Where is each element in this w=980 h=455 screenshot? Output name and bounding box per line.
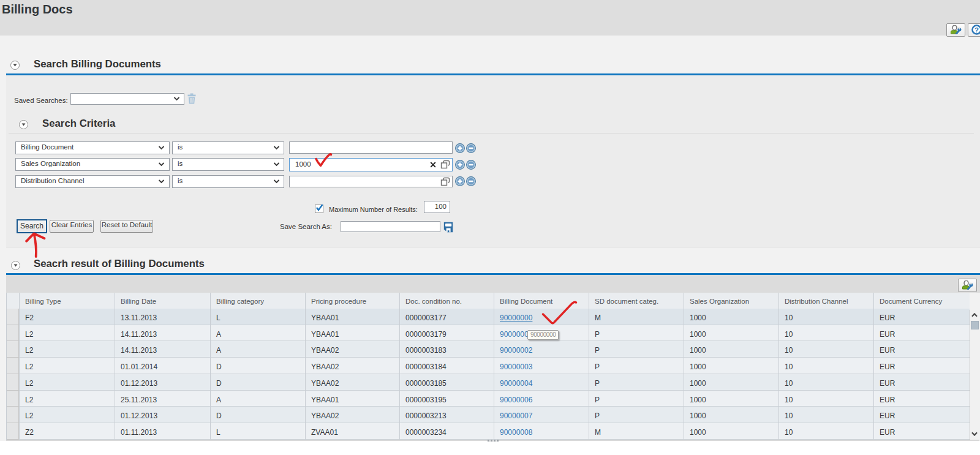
svg-text:?: ?: [974, 26, 979, 34]
